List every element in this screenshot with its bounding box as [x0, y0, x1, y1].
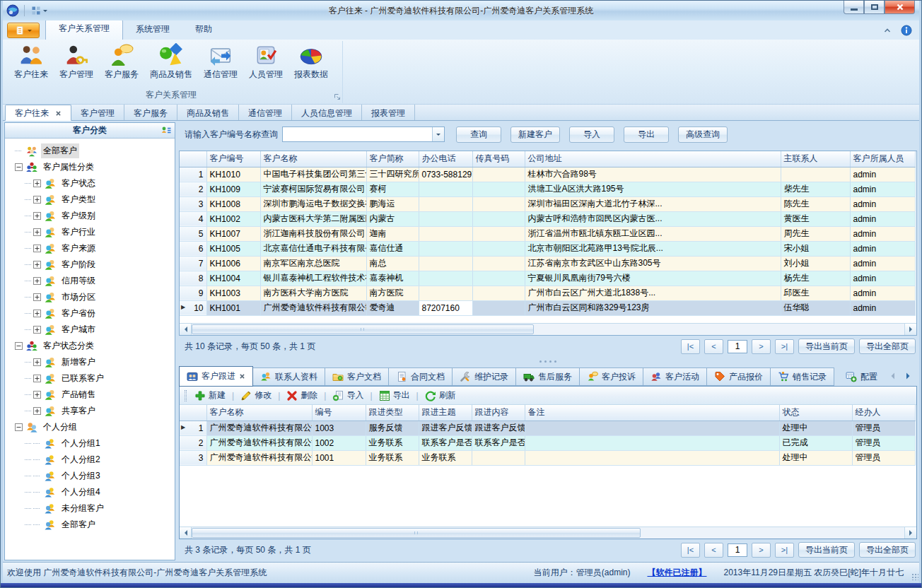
next-page-button[interactable]: > [752, 543, 771, 558]
column-header[interactable]: 客户编号 [206, 151, 260, 167]
tree-item[interactable]: 个人分组2 [5, 452, 175, 468]
maximize-button[interactable] [864, 1, 885, 14]
tree-item[interactable]: 客户属性分类 [5, 159, 175, 175]
table-row[interactable]: 3KH1008深圳市鹏海运电子数据交换有限公司鹏海运深圳市福田区深南大道北竹子林… [180, 196, 915, 211]
table-row[interactable]: 9KH1003南方医科大学南方医院南方医院广州市白云区广州大道北1838号...… [180, 286, 915, 300]
column-header[interactable]: 编号 [312, 405, 366, 421]
detail-tab[interactable]: 客户投诉 [580, 368, 643, 386]
tree-item[interactable]: 未分组客户 [5, 500, 175, 517]
toolbar-button[interactable]: 导出 [379, 389, 410, 401]
page-number-input[interactable] [728, 340, 747, 353]
table-row[interactable]: 7KH1006南京军区南京总医院南总江苏省南京市玄武区中山东路305号刘小姐ad… [180, 256, 915, 271]
app-logo-icon[interactable] [6, 4, 20, 18]
table-row[interactable]: 4KH1002内蒙古医科大学第二附属医院内蒙古内蒙古呼和浩特市回民区内蒙古医..… [180, 211, 915, 226]
scroll-thumb[interactable] [192, 324, 534, 334]
tree-item[interactable]: 个人分组1 [5, 435, 175, 452]
doc-tab[interactable]: 人员信息管理 [292, 105, 362, 120]
column-header[interactable]: 经办人 [852, 405, 915, 421]
quick-access-toolbar[interactable] [29, 4, 49, 17]
ribbon-tab-active[interactable]: 客户关系管理 [45, 19, 123, 40]
ribbon-button[interactable]: 人员管理 [245, 41, 287, 88]
collapse-toggle-icon[interactable] [15, 423, 23, 431]
detail-tab[interactable]: 客户跟进 [179, 366, 253, 387]
detail-tab[interactable]: 售后服务 [516, 368, 580, 386]
column-header[interactable]: 传真号码 [472, 151, 525, 167]
tree-item[interactable]: 个人分组4 [5, 484, 175, 500]
tree-item[interactable]: 客户类型 [5, 192, 175, 208]
tree-item[interactable]: 市场分区 [5, 289, 175, 305]
column-header[interactable]: 主联系人 [781, 151, 850, 167]
ribbon-button[interactable]: 商品及销售 [146, 41, 197, 88]
tree-item[interactable]: 客户状态 [5, 175, 175, 192]
ribbon-button[interactable]: 客户服务 [100, 41, 143, 88]
first-page-button[interactable]: |< [681, 339, 700, 354]
export-current-page-button[interactable]: 导出当前页 [798, 542, 855, 558]
tree-item[interactable]: 客户状态分类 [5, 338, 175, 354]
detail-tab[interactable]: 合同文档 [389, 368, 453, 386]
ribbon-button[interactable]: 报表数据 [290, 41, 332, 88]
close-tab-icon[interactable] [239, 373, 245, 380]
page-number-input[interactable] [728, 543, 747, 557]
tree-item[interactable]: 信用等级 [5, 273, 175, 289]
table-row[interactable]: 2KH1009宁波赛柯国际贸易有限公司赛柯洪塘工业A区洪大路195号柴先生adm… [180, 182, 915, 196]
toolbar-grip[interactable] [185, 390, 187, 401]
expand-toggle-icon[interactable] [33, 196, 41, 204]
column-header[interactable]: 跟进内容 [472, 405, 525, 421]
doc-tab[interactable]: 客户管理 [71, 105, 124, 120]
column-header[interactable]: 客户所属人员 [850, 151, 915, 167]
detail-tab[interactable]: 维护记录 [453, 368, 516, 386]
query-button[interactable]: 高级查询 [678, 127, 728, 143]
scroll-track[interactable] [192, 324, 904, 334]
tab-scroll-left-icon[interactable] [888, 371, 898, 381]
detail-tab[interactable]: 销售记录 [771, 368, 834, 386]
detail-tab[interactable]: 联系人资料 [253, 368, 325, 386]
tree-item[interactable]: 客户省份 [5, 305, 175, 322]
tree-item[interactable]: 个人分组3 [5, 468, 175, 484]
table-row[interactable]: 1KH1010中国电子科技集团公司第三十四研...三十四研究所0733-5881… [180, 167, 915, 182]
ribbon-tab-item[interactable]: 帮助 [182, 20, 225, 40]
table-row[interactable]: ▶10KH1001广州爱奇迪软件科技有限公司爱奇迪87207160广州市白云区同… [180, 300, 915, 315]
scroll-track[interactable] [192, 528, 904, 538]
expand-toggle-icon[interactable] [33, 180, 41, 187]
toolbar-button[interactable]: 导入 [332, 389, 363, 401]
scroll-right-button[interactable] [904, 527, 916, 539]
column-header[interactable] [180, 151, 206, 167]
expand-toggle-icon[interactable] [33, 277, 41, 285]
doc-tab[interactable]: 商品及销售 [177, 105, 239, 120]
column-header[interactable]: 客户简称 [366, 151, 419, 167]
expand-toggle-icon[interactable] [33, 245, 41, 252]
column-header[interactable] [180, 405, 206, 421]
expand-toggle-icon[interactable] [33, 310, 41, 317]
expand-toggle-icon[interactable] [33, 228, 41, 236]
scroll-left-button[interactable] [180, 324, 192, 335]
prev-page-button[interactable]: < [704, 339, 723, 354]
next-page-button[interactable]: > [752, 339, 771, 354]
scroll-left-button[interactable] [180, 527, 192, 539]
collapse-toggle-icon[interactable] [15, 163, 23, 171]
toolbar-button[interactable]: 删除 [286, 389, 317, 401]
column-header[interactable]: 公司地址 [525, 151, 781, 167]
column-header[interactable]: 状态 [779, 405, 852, 421]
horizontal-splitter[interactable] [179, 357, 917, 365]
table-row[interactable]: 8KH1004银川嘉泰神机工程软件技术有限公司嘉泰神机宁夏银川凤凰南街79号六楼… [180, 271, 915, 286]
ribbon-button[interactable]: 客户管理 [55, 41, 98, 88]
toolbar-button[interactable]: 新建 [194, 389, 226, 401]
table-row[interactable]: 5KH1007浙江迦南科技股份有限公司迦南浙江省温州市瓯北镇东瓯工业区园...周… [180, 226, 915, 241]
scroll-thumb[interactable] [192, 528, 641, 538]
tree-item[interactable]: 共享客户 [5, 403, 175, 419]
table-row[interactable]: 6KH1005北京嘉信仕通电子科技有限公司嘉信仕通北京市朝阳区北苑路甲13号院北… [180, 241, 915, 256]
expand-toggle-icon[interactable] [33, 358, 41, 366]
toolbar-button[interactable]: 修改 [240, 389, 272, 401]
detail-tab[interactable]: 产品报价 [707, 368, 771, 386]
application-menu-button[interactable] [7, 23, 40, 38]
last-page-button[interactable]: >| [775, 339, 794, 354]
doc-tab[interactable]: 客户服务 [124, 105, 177, 120]
customer-query-input[interactable] [283, 127, 432, 141]
tree-item[interactable]: 全部客户 [5, 517, 175, 533]
table-row[interactable]: 2广州爱奇迪软件科技有限公司1002业务联系联系客户是否...联系客户是否...… [180, 435, 915, 450]
export-all-pages-button[interactable]: 导出全部页 [859, 542, 916, 558]
detail-tab[interactable]: 客户文档 [325, 368, 389, 386]
tree-item[interactable]: 全部客户 [5, 143, 175, 159]
tree-item[interactable]: 产品销售 [5, 387, 175, 403]
sidebar-splitter[interactable] [175, 121, 178, 562]
